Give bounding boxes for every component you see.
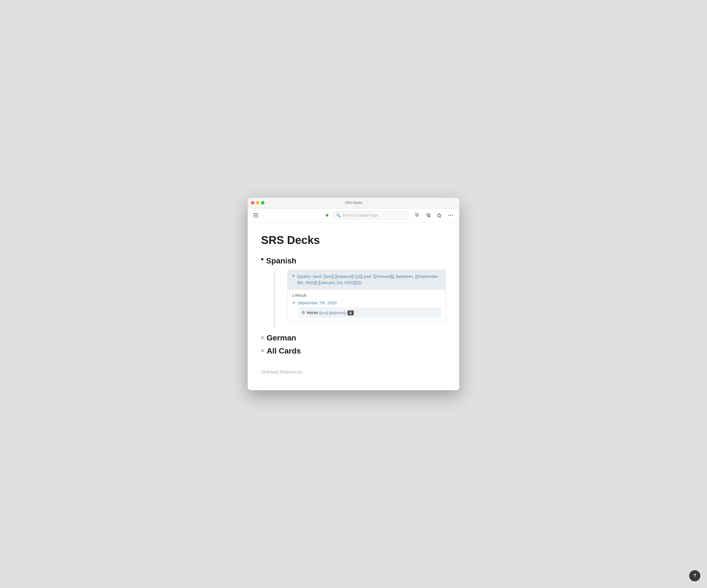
connector-area: ▼ {{query: {and: [[srs]] [[espanol]] [[Δ… [274, 268, 446, 328]
app-window: SRS Decks 🔍 Find or Create Page [248, 198, 459, 391]
main-content: SRS Decks Spanish ▼ {{query: {and: [[srs… [248, 223, 459, 391]
hamburger-line [253, 215, 258, 216]
window-title: SRS Decks [345, 201, 362, 205]
section-spanish: Spanish ▼ {{query: {and: [[srs]] [[espan… [261, 255, 446, 328]
result-item-text: Horse [[srs]] [[espanol]] Δ [307, 310, 354, 315]
hamburger-menu-button[interactable] [252, 212, 260, 218]
spanish-bullet-item: Spanish [261, 255, 446, 266]
maximize-button[interactable] [261, 201, 264, 205]
query-text: {{query: {and: [[srs]] [[espanol]] [[Δ]]… [297, 273, 441, 286]
result-tag-espanol[interactable]: [[espanol]] [329, 311, 346, 315]
title-bar: SRS Decks [248, 198, 459, 208]
search-bar[interactable]: 🔍 Find or Create Page [332, 211, 410, 219]
query-results: 1 Result ▼ September 7th, 2020 Horse [[s… [287, 290, 446, 321]
more-icon [448, 215, 453, 216]
filter-alt-icon [426, 213, 430, 218]
status-dot [326, 214, 329, 217]
section-label-german[interactable]: German [267, 332, 296, 343]
query-header[interactable]: ▼ {{query: {and: [[srs]] [[espanol]] [[Δ… [287, 269, 446, 290]
filter-button[interactable] [413, 212, 421, 219]
svg-point-4 [452, 215, 453, 216]
bullet-dot-outline [261, 336, 264, 339]
all-cards-bullet-item: All Cards [261, 345, 446, 356]
result-count: 1 Result [292, 293, 441, 298]
section-label-all-cards[interactable]: All Cards [267, 345, 301, 356]
result-expand-icon: ▼ [292, 301, 295, 305]
star-button[interactable] [435, 212, 443, 219]
toolbar: 🔍 Find or Create Page [248, 208, 459, 223]
section-label-spanish[interactable]: Spanish [266, 255, 297, 266]
bullet-dot [261, 258, 263, 260]
svg-point-2 [448, 215, 449, 216]
hamburger-line [253, 213, 258, 214]
more-button[interactable] [446, 214, 455, 217]
unlinked-references: Unlinked References [261, 370, 446, 379]
help-button[interactable]: ? [689, 570, 700, 581]
star-icon [437, 213, 441, 218]
svg-marker-1 [437, 213, 441, 217]
minimize-button[interactable] [256, 201, 260, 205]
section-all-cards: All Cards [261, 345, 446, 356]
result-item-dot [302, 311, 304, 314]
result-date-row: ▼ September 7th, 2020 [292, 300, 441, 305]
bullet-dot-outline-2 [261, 350, 264, 352]
search-icon: 🔍 [336, 213, 341, 218]
filter-icon [415, 213, 419, 218]
expand-arrow-icon: ▼ [292, 274, 295, 278]
delta-badge: Δ [347, 310, 354, 316]
section-german: German [261, 332, 446, 343]
result-item-name[interactable]: Horse [307, 310, 318, 315]
search-placeholder: Find or Create Page [343, 213, 378, 218]
filter-alt-button[interactable] [424, 212, 432, 219]
traffic-lights [251, 201, 264, 205]
result-tag-srs[interactable]: [[srs]] [319, 311, 328, 315]
query-block: ▼ {{query: {and: [[srs]] [[espanol]] [[Δ… [287, 269, 446, 321]
close-button[interactable] [251, 201, 255, 205]
page-title: SRS Decks [261, 234, 446, 247]
result-date[interactable]: September 7th, 2020 [298, 300, 337, 305]
hamburger-line [253, 217, 258, 217]
result-item-row: Horse [[srs]] [[espanol]] Δ [299, 307, 441, 318]
help-icon: ? [693, 573, 696, 578]
svg-point-3 [450, 215, 451, 216]
german-bullet-item: German [261, 332, 446, 343]
